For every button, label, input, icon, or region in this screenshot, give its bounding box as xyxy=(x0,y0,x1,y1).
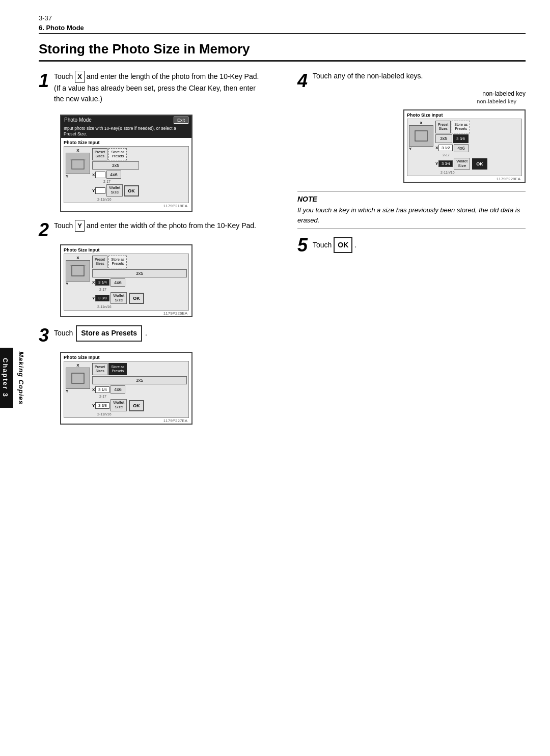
screen1-4x6[interactable]: 4x6 xyxy=(106,171,121,179)
step5-text: Touch xyxy=(313,241,334,249)
screen1-x-range: 2-17 xyxy=(103,180,139,183)
svg-rect-4 xyxy=(72,373,84,383)
screen4-container: non-labeled key non-labeled key Photo Si… xyxy=(319,90,526,183)
screen2-x-input[interactable]: 3 1⁄4 xyxy=(95,279,109,286)
screen2-code: 1179P226EA xyxy=(64,311,189,316)
screen3-mockup: Photo Size Input X Y xyxy=(60,352,267,425)
screen2-3x5[interactable]: 3x5 xyxy=(92,269,187,277)
screen4-x-input[interactable]: 3 1⁄2 xyxy=(438,145,453,151)
step4-text: Touch any of the non-labeled keys. xyxy=(313,71,423,81)
screen4-y-input[interactable]: 3 3⁄4 xyxy=(438,160,453,167)
screen1-wallet[interactable]: WalletSize xyxy=(106,184,123,197)
screen3-preview xyxy=(66,368,90,389)
screen2-y-label: Y xyxy=(66,282,68,286)
svg-rect-5 xyxy=(415,131,427,141)
screen4-preview xyxy=(409,125,433,147)
screen4-nonlabeled-key[interactable]: 3 3⁄8 xyxy=(453,134,469,143)
screen2-store-btn[interactable]: Store asPresets xyxy=(108,256,127,268)
screen3-code: 1179P227EA xyxy=(64,418,189,424)
step1-text2: and enter the length of the photo from t… xyxy=(54,72,259,103)
screen1-preset-btn[interactable]: PresetSizes xyxy=(92,148,107,161)
screen1-3x5[interactable]: 3x5 xyxy=(92,161,139,170)
screen4-code: 1179P228EA xyxy=(407,176,522,182)
step5-ok-btn[interactable]: OK xyxy=(334,237,352,253)
screen2-x2-label: X xyxy=(92,280,95,285)
screen1-store-btn[interactable]: Store asPresets xyxy=(108,148,127,161)
screen2-mockup: Photo Size Input X xyxy=(60,244,267,317)
screen3-4x6[interactable]: 4x6 xyxy=(111,385,125,394)
screen1-preview xyxy=(66,153,90,174)
screen2-ok[interactable]: OK xyxy=(129,293,144,304)
screen1-code: 1179P218EA xyxy=(64,203,189,209)
step3-number: 3 xyxy=(39,326,49,345)
screen1-inner-label: Photo Size Input xyxy=(64,140,189,145)
screen2-y2-label: Y xyxy=(92,296,95,300)
screen2-x-label: X xyxy=(76,256,79,260)
screen3-store-btn[interactable]: Store asPresets xyxy=(108,363,127,376)
screen3-inner-label: Photo Size Input xyxy=(64,355,189,360)
section-title: Storing the Photo Size in Memory xyxy=(39,41,526,62)
screen4-ok[interactable]: OK xyxy=(472,158,487,170)
note-text: If you touch a key in which a size has p… xyxy=(297,205,526,225)
step2-text: Touch xyxy=(54,221,75,230)
screen1-y-label: Y xyxy=(66,174,68,179)
screen2-preview xyxy=(66,260,90,282)
screen4-store-btn[interactable]: Store asPresets xyxy=(452,121,470,133)
step2-key-y: Y xyxy=(75,220,85,232)
screen2-wallet[interactable]: WalletSize xyxy=(111,292,127,304)
screen1-title: Photo Mode xyxy=(64,117,92,123)
page-number: 3-37 xyxy=(39,14,526,22)
screen1-x-label: X xyxy=(76,148,79,153)
screen3-y-input[interactable]: 3 3⁄8 xyxy=(95,402,109,409)
screen1-y-input[interactable] xyxy=(95,187,105,194)
screen3-x-input[interactable]: 3 1⁄4 xyxy=(95,386,109,393)
step1-text: Touch xyxy=(54,72,75,80)
step5-text2: . xyxy=(352,241,356,249)
step3-text2: . xyxy=(143,329,147,337)
step2-number: 2 xyxy=(39,221,49,239)
step1-key-x: X xyxy=(75,71,85,83)
screen4-wallet[interactable]: WalletSize xyxy=(454,158,470,170)
screen1-exit[interactable]: Exit xyxy=(174,117,188,124)
screen4-preset-btn[interactable]: PresetSizes xyxy=(435,121,451,133)
screen3-ok[interactable]: OK xyxy=(129,400,144,411)
screen1-instruction: Input photo size with 10-Key(& store if … xyxy=(61,125,191,138)
screen1-x-input[interactable] xyxy=(95,172,105,178)
screen4-inner-label: Photo Size Input xyxy=(407,113,522,118)
screen3-preset-btn[interactable]: PresetSizes xyxy=(92,363,107,376)
chapter3-label: Chapter 3 xyxy=(0,348,13,408)
note-title: NOTE xyxy=(297,195,526,203)
screen2-4x6[interactable]: 4x6 xyxy=(111,278,125,287)
non-labeled-key-label: non-labeled key xyxy=(319,90,526,97)
screen1-ok[interactable]: OK xyxy=(124,185,139,197)
step5-number: 5 xyxy=(297,236,308,255)
step1-number: 1 xyxy=(39,72,49,90)
screen1-x2-label: X xyxy=(92,173,95,177)
step2-text2: and enter the width of the photo from th… xyxy=(85,221,256,230)
screen1-y-range: 2-11n/16 xyxy=(97,198,139,201)
step3-store-btn[interactable]: Store as Presets xyxy=(76,325,142,341)
screen4-3x5[interactable]: 3x5 xyxy=(435,134,452,143)
screen4-4x6[interactable]: 4x6 xyxy=(454,144,469,152)
screen3-wallet[interactable]: WalletSize xyxy=(111,399,127,411)
svg-rect-2 xyxy=(72,266,84,276)
screen3-3x5[interactable]: 3x5 xyxy=(92,376,187,384)
screen1-mockup: Photo Mode Exit Input photo size with 10… xyxy=(60,115,267,212)
step3-text: Touch xyxy=(54,329,75,337)
note-box: NOTE If you touch a key in which a size … xyxy=(297,191,526,229)
step4-number: 4 xyxy=(297,72,308,90)
section-header: 6. Photo Mode xyxy=(39,24,526,34)
svg-rect-0 xyxy=(72,160,84,169)
screen2-inner-label: Photo Size Input xyxy=(64,247,189,253)
screen1-y2-label: Y xyxy=(92,188,95,193)
screen2-preset-btn[interactable]: PresetSizes xyxy=(92,256,107,268)
screen2-y-input[interactable]: 3 3⁄8 xyxy=(95,295,109,301)
